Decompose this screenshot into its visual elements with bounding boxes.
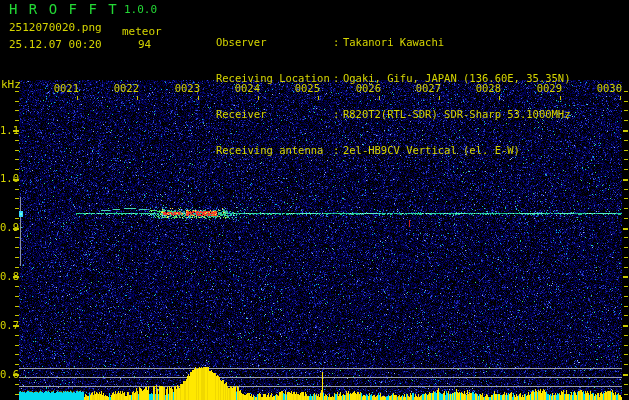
y-tick-label-0-8: 0.8 xyxy=(0,271,13,283)
y-tick-label-1-0: 1.0 xyxy=(0,173,13,185)
datetime-label: 25.12.07 00:20 xyxy=(9,39,102,51)
info-separator: : xyxy=(333,37,343,49)
app-title: H R O F F T xyxy=(9,2,118,17)
info-row-observer: Observer:Takanori Kawachi xyxy=(178,25,571,38)
info-row-antenna: Receiving antenna:2el-HB9CV Vertical (el… xyxy=(178,133,571,146)
time-label-0026: 0026 xyxy=(351,83,381,95)
hrofft-screen: H R O F F T 1.0.0 2512070020.png meteor … xyxy=(0,0,629,400)
info-label: Receiving antenna xyxy=(216,145,333,157)
time-label-0029: 0029 xyxy=(532,83,562,95)
info-value: R820T2(RTL-SDR) SDR-Sharp 53.1000MHz xyxy=(343,109,571,121)
info-label: Receiver xyxy=(216,109,333,121)
info-separator: : xyxy=(333,73,343,85)
app-version: 1.0.0 xyxy=(124,4,157,16)
y-tick-label-0-7: 0.7 xyxy=(0,320,13,332)
time-label-0030: 0030 xyxy=(592,83,622,95)
time-label-0021: 0021 xyxy=(49,83,79,95)
info-value: Takanori Kawachi xyxy=(343,37,444,49)
time-label-0024: 0024 xyxy=(230,83,260,95)
info-label: Observer xyxy=(216,37,333,49)
time-label-0022: 0022 xyxy=(109,83,139,95)
echo-count: 94 xyxy=(138,39,151,51)
y-axis-unit-label: kHz xyxy=(1,79,21,91)
info-row-receiver: Receiver:R820T2(RTL-SDR) SDR-Sharp 53.10… xyxy=(178,97,571,110)
y-tick-label-1-1: 1.1 xyxy=(0,125,13,137)
time-label-0027: 0027 xyxy=(411,83,441,95)
output-filename: 2512070020.png xyxy=(9,22,102,34)
y-tick-label-0-9: 0.9 xyxy=(0,222,13,234)
mode-label: meteor xyxy=(122,26,162,38)
info-value: 2el-HB9CV Vertical (el. E-W) xyxy=(343,145,520,157)
y-tick-label-0-6: 0.6 xyxy=(0,369,13,381)
time-label-0023: 0023 xyxy=(170,83,200,95)
time-label-0028: 0028 xyxy=(471,83,501,95)
info-separator: : xyxy=(333,145,343,157)
time-label-0025: 0025 xyxy=(290,83,320,95)
info-row-location: Receiving Location:Ogaki, Gifu, JAPAN (1… xyxy=(178,61,571,74)
info-separator: : xyxy=(333,109,343,121)
